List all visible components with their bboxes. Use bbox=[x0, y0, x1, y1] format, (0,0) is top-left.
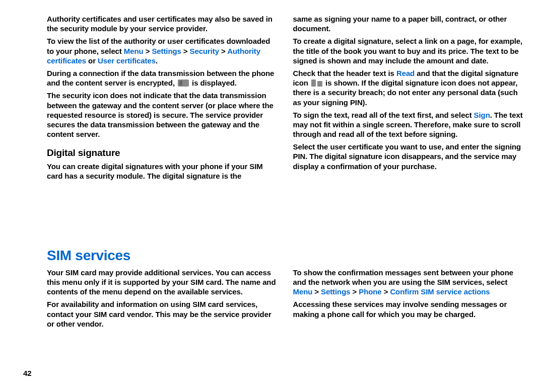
menu-path: User certificates bbox=[98, 56, 156, 65]
body-text: You can create digital signatures with y… bbox=[47, 162, 279, 181]
ui-label-read: Read bbox=[396, 69, 415, 77]
menu-path: Menu bbox=[124, 47, 144, 55]
body-text: same as signing your name to a paper bil… bbox=[293, 14, 525, 33]
body-text: To sign the text, read all of the text f… bbox=[293, 110, 525, 139]
menu-path: Settings bbox=[152, 47, 181, 55]
body-text: To show the confirmation messages sent b… bbox=[293, 268, 525, 297]
body-text: Your SIM card may provide additional ser… bbox=[47, 268, 279, 297]
menu-path: Security bbox=[190, 47, 219, 55]
body-text: Accessing these services may involve sen… bbox=[293, 299, 525, 319]
body-text: For availability and information on usin… bbox=[47, 299, 279, 329]
body-text: During a connection if the data transmis… bbox=[47, 68, 279, 88]
ui-label-sign: Sign bbox=[474, 111, 490, 119]
menu-path: Menu bbox=[293, 287, 313, 296]
section-security: Authority certificates and user certific… bbox=[0, 14, 544, 236]
digital-signature-icon bbox=[311, 80, 322, 87]
body-text: To view the list of the authority or use… bbox=[47, 36, 279, 65]
body-text: To create a digital signature, select a … bbox=[293, 36, 525, 65]
body-text: Select the user certificate you want to … bbox=[293, 142, 525, 171]
sim-columns: Your SIM card may provide additional ser… bbox=[47, 268, 525, 336]
body-text: The security icon does not indicate that… bbox=[47, 91, 279, 139]
encryption-icon bbox=[178, 80, 189, 87]
heading-sim-services: SIM services bbox=[47, 247, 525, 265]
body-text: Authority certificates and user certific… bbox=[47, 14, 279, 33]
menu-path: Settings bbox=[321, 287, 350, 296]
page-number: 42 bbox=[23, 368, 32, 378]
subsection-digital-signature: Digital signature You can create digital… bbox=[47, 147, 279, 181]
body-text: Check that the header text is Read and t… bbox=[293, 68, 525, 107]
section-sim-services: SIM services Your SIM card may provide a… bbox=[0, 247, 544, 336]
menu-path: Confirm SIM service actions bbox=[390, 287, 490, 296]
menu-path: Phone bbox=[359, 287, 381, 296]
page: Authority certificates and user certific… bbox=[0, 0, 544, 336]
heading-digital-signature: Digital signature bbox=[47, 147, 279, 159]
